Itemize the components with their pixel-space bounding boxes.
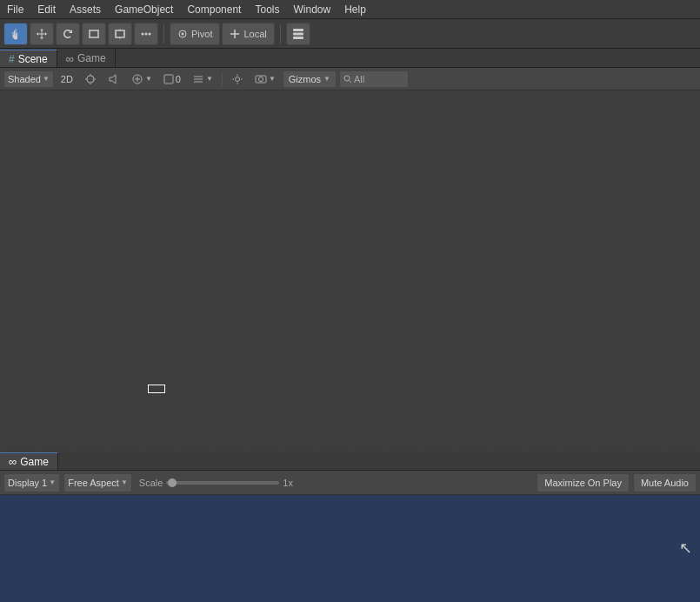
rotate-tool-button[interactable] (56, 23, 80, 45)
aspect-dropdown-arrow: ▼ (121, 478, 128, 486)
custom-tool-button[interactable] (134, 23, 158, 45)
scene-object (148, 385, 165, 393)
svg-point-4 (149, 32, 151, 35)
svg-rect-0 (90, 30, 98, 37)
scale-value: 1x (283, 478, 293, 488)
svg-rect-8 (293, 32, 303, 35)
move-tool-button[interactable] (30, 23, 54, 45)
menu-bar: File Edit Assets GameObject Component To… (0, 0, 700, 19)
svg-point-15 (258, 77, 263, 81)
overlay-count-button[interactable]: 0 (159, 70, 185, 88)
svg-rect-17 (0, 90, 700, 452)
local-button[interactable]: Local (222, 23, 274, 45)
extra-dropdown-arrow: ▼ (206, 75, 213, 83)
scene-lighting-button[interactable] (80, 70, 101, 88)
scene-settings-button[interactable] (227, 70, 248, 88)
svg-point-13 (235, 77, 239, 81)
camera-dropdown-arrow: ▼ (269, 75, 276, 83)
scale-slider[interactable] (166, 481, 279, 485)
scene-extra-button[interactable]: ▼ (188, 70, 217, 88)
toolbar-sep-1 (163, 24, 164, 43)
shading-dropdown-arrow: ▼ (43, 75, 50, 83)
scene-fx-button[interactable]: ▼ (127, 70, 157, 88)
aspect-ratio-dropdown[interactable]: Free Aspect ▼ (63, 473, 132, 492)
gizmos-dropdown-arrow: ▼ (323, 75, 330, 83)
scene-grid (0, 90, 700, 452)
svg-point-3 (145, 32, 148, 35)
panel-tabs-bar: # Scene ∞ Game (0, 49, 700, 68)
pivot-button[interactable]: Pivot (170, 23, 220, 45)
game-tab[interactable]: ∞ Game (57, 50, 116, 67)
shading-mode-dropdown[interactable]: Shaded ▼ (3, 70, 54, 88)
display-dropdown[interactable]: Display 1 ▼ (3, 473, 60, 492)
maximize-on-play-button[interactable]: Maximize On Play (537, 473, 630, 492)
game-viewport[interactable]: ↖ (0, 495, 700, 602)
display-dropdown-arrow: ▼ (49, 478, 56, 486)
svg-rect-1 (116, 30, 124, 37)
scene-tab[interactable]: # Scene (0, 50, 57, 67)
menu-tools[interactable]: Tools (248, 2, 286, 17)
menu-edit[interactable]: Edit (30, 2, 63, 17)
main-toolbar: Pivot Local (0, 19, 700, 49)
gizmos-button[interactable]: Gizmos ▼ (283, 70, 337, 88)
scene-viewport[interactable] (0, 90, 700, 452)
toolbar-sep-2 (280, 24, 281, 43)
transform-tool-button[interactable] (108, 23, 132, 45)
game-tabs-bar: ∞ Game (0, 452, 700, 471)
fx-dropdown-arrow: ▼ (145, 75, 152, 83)
scene-search-box[interactable]: All (339, 70, 409, 88)
2d-toggle-button[interactable]: 2D (57, 70, 77, 88)
scene-toolbar: Shaded ▼ 2D ▼ 0 ▼ (0, 68, 700, 90)
camera-dropdown-button[interactable]: ▼ (250, 70, 280, 88)
menu-component[interactable]: Component (180, 2, 248, 17)
menu-assets[interactable]: Assets (63, 2, 108, 17)
hand-tool-button[interactable] (3, 23, 28, 45)
cursor-indicator: ↖ (679, 538, 690, 554)
scale-label: Scale (139, 478, 163, 488)
menu-gameobject[interactable]: GameObject (108, 2, 180, 17)
svg-rect-7 (293, 29, 303, 31)
scene-sep-1 (222, 72, 223, 86)
game-panel-tab[interactable]: ∞ Game (0, 452, 58, 470)
game-toolbar: Display 1 ▼ Free Aspect ▼ Scale 1x Maxim… (0, 471, 700, 495)
rect-tool-button[interactable] (82, 23, 106, 45)
scene-audio-button[interactable] (103, 70, 124, 88)
menu-help[interactable]: Help (337, 2, 373, 17)
svg-rect-9 (293, 37, 303, 39)
search-placeholder: All (354, 74, 364, 84)
svg-point-6 (182, 32, 184, 35)
layers-button[interactable] (286, 23, 310, 45)
svg-point-16 (344, 76, 350, 81)
svg-point-10 (87, 76, 94, 83)
scale-thumb (168, 478, 177, 487)
menu-window[interactable]: Window (286, 2, 337, 17)
svg-point-2 (142, 32, 144, 35)
mute-audio-button[interactable]: Mute Audio (633, 473, 697, 492)
svg-rect-12 (164, 75, 173, 84)
menu-file[interactable]: File (0, 2, 30, 17)
